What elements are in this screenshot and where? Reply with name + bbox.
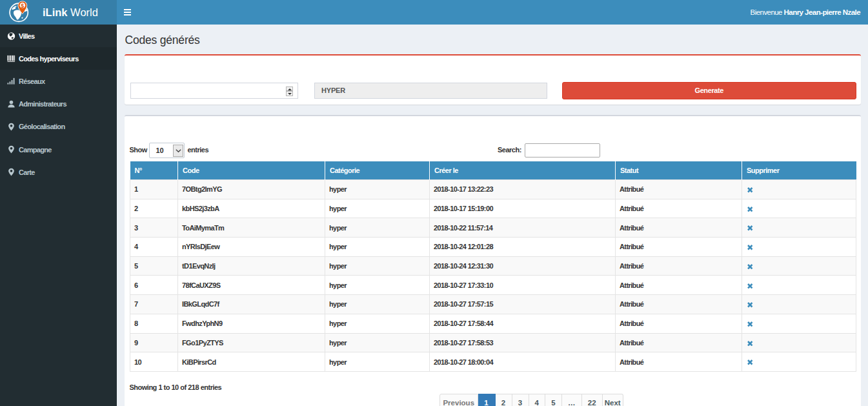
svg-text:$: $ [21, 3, 24, 9]
